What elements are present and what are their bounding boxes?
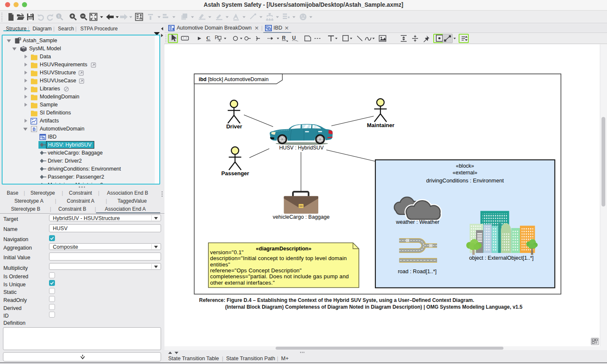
svg-text:weather : Weather: weather : Weather xyxy=(396,219,440,225)
svg-text:Maintainer: Maintainer xyxy=(367,122,394,128)
svg-text:(Internal Block Diagram) Compl: (Internal Block Diagram) Completeness of… xyxy=(225,304,523,310)
svg-text:object : ExternalObject[1..*]: object : ExternalObject[1..*] xyxy=(469,255,534,261)
svg-text:U: U xyxy=(292,35,296,41)
svg-text:R: R xyxy=(282,35,286,41)
svg-text:P: P xyxy=(215,35,218,41)
svg-text:version="0.1": version="0.1" xyxy=(210,249,244,255)
svg-text:Passenger: Passenger xyxy=(221,170,249,177)
svg-text:description="Initial concept t: description="Initial concept to identify… xyxy=(210,255,347,261)
svg-text:Reference: Figure D.4 – Establ: Reference: Figure D.4 – Establishing the… xyxy=(199,297,474,303)
svg-text:HUSV : HybridSUV: HUSV : HybridSUV xyxy=(279,145,324,151)
svg-text:ibd [block] AutomotiveDomain: ibd [block] AutomotiveDomain xyxy=(199,76,268,82)
svg-text:entities": entities" xyxy=(210,261,230,268)
svg-text:completeness="partial. Does no: completeness="partial. Does not include … xyxy=(210,273,349,280)
svg-text:1: 1 xyxy=(58,14,60,18)
svg-text:«block»: «block» xyxy=(456,163,474,169)
svg-text:Driver: Driver xyxy=(226,123,242,130)
svg-text:B: B xyxy=(33,127,36,131)
svg-text:other external interfaces.": other external interfaces." xyxy=(210,280,275,286)
svg-text:referene="Ops Concept Descript: referene="Ops Concept Description" xyxy=(210,267,302,274)
svg-text:C: C xyxy=(206,35,210,41)
svg-text:«diagramDescription»: «diagramDescription» xyxy=(256,246,311,252)
svg-text:vehicleCargo : Baggage: vehicleCargo : Baggage xyxy=(273,214,329,220)
svg-text:«external»: «external» xyxy=(453,170,477,176)
svg-text:road : Road[1..*]: road : Road[1..*] xyxy=(398,269,437,274)
svg-text:drivingConditions : Environmen: drivingConditions : Environment xyxy=(426,177,504,184)
